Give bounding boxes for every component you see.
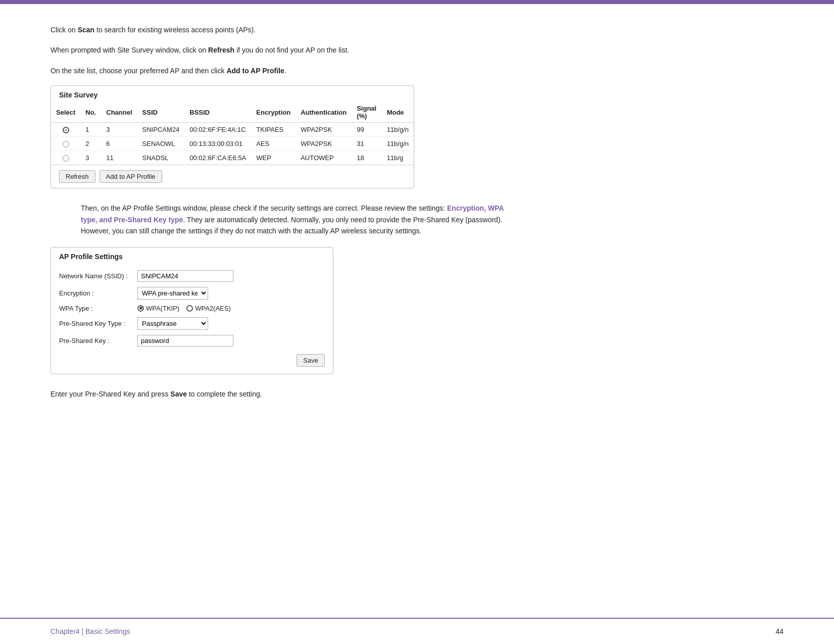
table-row[interactable]: 1 3 SNIPCAM24 00:02:6F:FE:4A:1C TKIPAES … — [51, 123, 414, 137]
cell-signal-2: 18 — [352, 151, 381, 165]
body1-pre: Then, on the AP Profile Settings window,… — [81, 204, 447, 212]
cell-ssid-1: SENAOWL — [137, 137, 185, 151]
wpa-type-row: WPA Type : WPA(TKIP) WPA2(AES) — [51, 302, 333, 315]
cell-select-0[interactable] — [51, 123, 80, 137]
table-row[interactable]: 3 11 SNADSL 00:02:6F:CA:E6:5A WEP AUTOWE… — [51, 151, 414, 165]
wpa-type-radio-group: WPA(TKIP) WPA2(AES) — [137, 305, 231, 312]
cell-mode-2: 11b/g — [382, 151, 414, 165]
table-header-row: Select No. Channel SSID BSSID Encryption… — [51, 102, 414, 123]
cell-channel-1: 6 — [101, 137, 137, 151]
ssid-row: Network Name (SSID) : — [51, 268, 333, 284]
row-radio-0[interactable] — [63, 127, 69, 133]
footer-chapter: Chapter4 | Basic Settings — [51, 627, 130, 635]
cell-channel-0: 3 — [101, 123, 137, 137]
p2-refresh: Refresh — [208, 46, 234, 54]
cell-ssid-2: SNADSL — [137, 151, 185, 165]
site-survey-footer: Refresh Add to AP Profile — [51, 165, 414, 188]
col-bssid: BSSID — [184, 102, 251, 123]
save-button[interactable]: Save — [297, 354, 325, 367]
p1-pre: Click on — [51, 26, 78, 34]
p1-post: to search for existing wireless access p… — [94, 26, 256, 34]
encryption-select[interactable]: WPA pre-shared key — [137, 287, 208, 300]
cell-encryption-0: TKIPAES — [251, 123, 296, 137]
col-signal: Signal (%) — [352, 102, 381, 123]
paragraph-body1: Then, on the AP Profile Settings window,… — [51, 203, 505, 236]
cell-auth-2: AUTOWEP — [296, 151, 352, 165]
cell-bssid-2: 00:02:6F:CA:E6:5A — [184, 151, 251, 165]
cell-encryption-2: WEP — [251, 151, 296, 165]
save-para-post: to complete the setting. — [187, 390, 262, 398]
psk-type-label: Pre-Shared Key Type : — [59, 320, 137, 327]
paragraph-3: On the site list, choose your preferred … — [51, 65, 505, 76]
ap-profile-footer: Save — [51, 349, 333, 367]
p3-pre: On the site list, choose your preferred … — [51, 67, 226, 75]
cell-auth-1: WPA2PSK — [296, 137, 352, 151]
cell-signal-1: 31 — [352, 137, 381, 151]
cell-select-1[interactable] — [51, 137, 80, 151]
paragraph-1: Click on Scan to search for existing wir… — [51, 24, 505, 35]
cell-bssid-1: 00:13:33:00:03:01 — [184, 137, 251, 151]
col-encryption: Encryption — [251, 102, 296, 123]
encryption-row: Encryption : WPA pre-shared key — [51, 284, 333, 302]
wpa-tkip-option[interactable]: WPA(TKIP) — [137, 305, 179, 312]
col-mode: Mode — [382, 102, 414, 123]
table-row[interactable]: 2 6 SENAOWL 00:13:33:00:03:01 AES WPA2PS… — [51, 137, 414, 151]
cell-no-1: 2 — [80, 137, 101, 151]
col-no: No. — [80, 102, 101, 123]
p3-add: Add to AP Profile — [226, 67, 284, 75]
top-bar — [0, 0, 834, 4]
paragraph-save: Enter your Pre-Shared Key and press Save… — [51, 388, 505, 400]
footer-page: 44 — [775, 627, 783, 635]
wpa-type-label: WPA Type : — [59, 305, 137, 312]
cell-mode-1: 11b/g/n — [382, 137, 414, 151]
p3-post: . — [284, 67, 286, 75]
wpa-aes-radio[interactable] — [186, 305, 193, 312]
p2-pre: When prompted with Site Survey window, c… — [51, 46, 208, 54]
psk-type-row: Pre-Shared Key Type : Passphrase — [51, 315, 333, 332]
encryption-label: Encryption : — [59, 289, 137, 297]
wpa-aes-option[interactable]: WPA2(AES) — [186, 305, 231, 312]
site-survey-title: Site Survey — [51, 86, 414, 102]
ap-profile-box: AP Profile Settings Network Name (SSID) … — [51, 247, 333, 374]
psk-type-select[interactable]: Passphrase — [137, 317, 208, 330]
cell-channel-2: 11 — [101, 151, 137, 165]
cell-bssid-0: 00:02:6F:FE:4A:1C — [184, 123, 251, 137]
site-survey-table: Select No. Channel SSID BSSID Encryption… — [51, 102, 414, 165]
cell-select-2[interactable] — [51, 151, 80, 165]
wpa-aes-label: WPA2(AES) — [195, 305, 231, 312]
ssid-label: Network Name (SSID) : — [59, 272, 137, 280]
row-radio-2[interactable] — [63, 155, 69, 162]
psk-label: Pre-Shared Key : — [59, 337, 137, 344]
p2-post: if you do not find your AP on the list. — [234, 46, 349, 54]
p1-scan: Scan — [78, 26, 94, 34]
footer-bar: Chapter4 | Basic Settings 44 — [0, 618, 834, 644]
cell-ssid-0: SNIPCAM24 — [137, 123, 185, 137]
cell-no-2: 3 — [80, 151, 101, 165]
main-content: Click on Scan to search for existing wir… — [0, 4, 556, 449]
wpa-tkip-radio[interactable] — [137, 305, 144, 312]
psk-row: Pre-Shared Key : — [51, 332, 333, 349]
cell-signal-0: 99 — [352, 123, 381, 137]
cell-encryption-1: AES — [251, 137, 296, 151]
save-para-bold: Save — [170, 390, 187, 398]
save-para-pre: Enter your Pre-Shared Key and press — [51, 390, 170, 398]
row-radio-1[interactable] — [63, 141, 69, 147]
psk-input[interactable] — [137, 335, 233, 346]
col-channel: Channel — [101, 102, 137, 123]
col-select: Select — [51, 102, 80, 123]
ssid-input[interactable] — [137, 270, 233, 282]
cell-mode-0: 11b/g/n — [382, 123, 414, 137]
paragraph-2: When prompted with Site Survey window, c… — [51, 44, 505, 56]
site-survey-box: Site Survey Select No. Channel SSID BSSI… — [51, 85, 414, 188]
wpa-tkip-label: WPA(TKIP) — [146, 305, 179, 312]
add-to-ap-profile-button[interactable]: Add to AP Profile — [100, 170, 162, 183]
col-auth: Authentication — [296, 102, 352, 123]
cell-auth-0: WPA2PSK — [296, 123, 352, 137]
refresh-button[interactable]: Refresh — [59, 170, 95, 183]
cell-no-0: 1 — [80, 123, 101, 137]
ap-profile-title: AP Profile Settings — [51, 247, 333, 264]
col-ssid: SSID — [137, 102, 185, 123]
